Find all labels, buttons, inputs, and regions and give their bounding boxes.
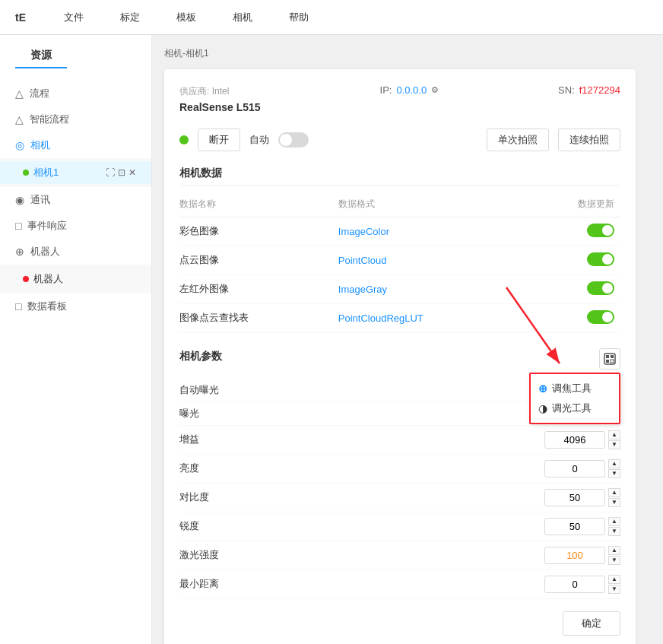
param-spinner-down-sharpness[interactable]: ▼	[608, 527, 620, 536]
col-header-name: 数据名称	[179, 195, 338, 217]
svg-rect-1	[606, 355, 609, 358]
sidebar-item-comms[interactable]: ◉ 通讯	[0, 187, 151, 213]
ip-value: 0.0.0.0	[396, 84, 427, 96]
camera-data-table: 数据名称 数据格式 数据更新 彩色图像 ImageColor 点云图像 Poin…	[179, 195, 620, 333]
param-input-gain[interactable]	[544, 431, 605, 449]
param-spinner-down-gain[interactable]: ▼	[608, 440, 620, 449]
param-input-brightness[interactable]	[544, 460, 605, 477]
sidebar: 资源 △ 流程 △ 智能流程 ◎ 相机 相机1 ⛶ ⊡ ✕	[0, 35, 152, 644]
param-value-box-laser-power: ▲ ▼	[544, 546, 620, 565]
param-input-sharpness[interactable]	[544, 518, 605, 535]
param-spinner-up-laser-power[interactable]: ▲	[608, 546, 620, 555]
robot1-status-dot	[23, 276, 29, 282]
svg-rect-2	[611, 355, 614, 358]
camera1-label: 相机1	[33, 166, 59, 179]
sidebar-item-events[interactable]: □ 事件响应	[0, 213, 151, 239]
data-toggle-0[interactable]	[587, 224, 614, 237]
auto-toggle[interactable]	[278, 132, 309, 148]
sn-value: f1272294	[579, 84, 620, 96]
sidebar-item-workflow-label: 流程	[30, 87, 49, 100]
param-row-min-distance: 最小距离 ▲ ▼	[179, 570, 620, 599]
data-row-toggle-0[interactable]	[531, 217, 620, 246]
confirm-button[interactable]: 确定	[563, 611, 620, 636]
params-icon-container: ⊕ 调焦工具 ◑ 调光工具	[599, 348, 620, 370]
content-area: 相机-相机1 供应商: Intel RealSense L515 IP: 0.0…	[152, 35, 663, 644]
camera1-expand-icon[interactable]: ⛶	[106, 167, 115, 178]
sidebar-item-camera[interactable]: ◎ 相机	[0, 132, 151, 158]
params-header: 相机参数 ⊕	[179, 348, 620, 370]
sidebar-item-robot[interactable]: ⊕ 机器人	[0, 239, 151, 265]
params-settings-icon[interactable]	[599, 348, 620, 370]
sidebar-item-comms-label: 通讯	[30, 193, 50, 207]
data-row-name-1: 点云图像	[179, 246, 338, 274]
ip-gear-icon[interactable]: ⚙	[431, 85, 439, 95]
param-input-min-distance[interactable]	[544, 576, 605, 593]
data-toggle-1[interactable]	[587, 252, 614, 266]
param-spinner-down-contrast[interactable]: ▼	[608, 498, 620, 507]
param-value-box-gain: ▲ ▼	[544, 430, 620, 449]
data-row-format-1: PointCloud	[338, 246, 531, 274]
focus-tool-item[interactable]: ⊕ 调焦工具	[538, 379, 611, 398]
light-tool-item[interactable]: ◑ 调光工具	[538, 398, 611, 418]
ip-info: IP: 0.0.0.0 ⚙	[380, 84, 439, 96]
data-toggle-3[interactable]	[587, 310, 614, 324]
menu-help[interactable]: 帮助	[283, 8, 315, 27]
param-spinner-up-min-distance[interactable]: ▲	[608, 575, 620, 584]
menu-bar: tE 文件 标定 模板 相机 帮助	[0, 0, 663, 35]
svg-rect-4	[611, 360, 614, 363]
disconnect-button[interactable]: 断开	[198, 128, 240, 151]
comms-icon: ◉	[15, 194, 24, 206]
sidebar-item-workflow[interactable]: △ 流程	[0, 81, 151, 106]
camera1-status-dot	[23, 170, 29, 176]
main-layout: 资源 △ 流程 △ 智能流程 ◎ 相机 相机1 ⛶ ⊡ ✕	[0, 35, 663, 644]
single-capture-button[interactable]: 单次拍照	[487, 128, 549, 151]
param-spinner-up-contrast[interactable]: ▲	[608, 488, 620, 497]
controls-row: 断开 自动 单次拍照 连续拍照	[179, 128, 620, 151]
param-value-box-contrast: ▲ ▼	[544, 488, 620, 507]
param-label-contrast: 对比度	[179, 490, 544, 504]
sidebar-item-camera1[interactable]: 相机1 ⛶ ⊡ ✕	[0, 161, 151, 184]
data-row-toggle-1[interactable]	[531, 246, 620, 274]
continuous-capture-button[interactable]: 连续拍照	[558, 128, 620, 151]
param-row-gain: 增益 ▲ ▼	[179, 426, 620, 455]
sidebar-item-smart-workflow[interactable]: △ 智能流程	[0, 106, 151, 132]
ip-label: IP:	[380, 84, 392, 96]
sidebar-item-dashboard[interactable]: □ 数据看板	[0, 293, 151, 319]
table-row: 点云图像 PointCloud	[179, 246, 620, 274]
param-spinner-down-laser-power[interactable]: ▼	[608, 556, 620, 565]
param-spinner-up-sharpness[interactable]: ▲	[608, 517, 620, 526]
data-toggle-2[interactable]	[587, 281, 614, 295]
data-row-format-2: ImageGray	[338, 274, 531, 303]
param-value-box-sharpness: ▲ ▼	[544, 517, 620, 536]
param-input-contrast[interactable]	[544, 489, 605, 506]
table-row: 彩色图像 ImageColor	[179, 217, 620, 246]
param-spinner-up-brightness[interactable]: ▲	[608, 459, 620, 468]
events-icon: □	[15, 220, 21, 232]
param-spinner-down-brightness[interactable]: ▼	[608, 469, 620, 478]
data-row-toggle-2[interactable]	[531, 274, 620, 303]
param-row-contrast: 对比度 ▲ ▼	[179, 484, 620, 512]
param-spinner-gain: ▲ ▼	[608, 430, 620, 449]
robot1-label: 机器人	[33, 272, 63, 286]
params-section-title: 相机参数	[179, 350, 222, 368]
params-dropdown: ⊕ 调焦工具 ◑ 调光工具	[529, 373, 620, 424]
param-spinner-down-min-distance[interactable]: ▼	[608, 585, 620, 594]
connection-status-dot	[179, 135, 189, 144]
data-row-toggle-3[interactable]	[531, 303, 620, 332]
param-label-laser-power: 激光强度	[179, 548, 544, 562]
menu-calibrate[interactable]: 标定	[114, 8, 146, 27]
breadcrumb: 相机-相机1	[164, 47, 651, 60]
camera1-action-icons: ⛶ ⊡ ✕	[106, 167, 136, 178]
param-input-laser-power[interactable]	[544, 547, 605, 564]
settings-svg-icon	[604, 353, 616, 365]
menu-file[interactable]: 文件	[58, 8, 90, 27]
panel-header: 供应商: Intel RealSense L515 IP: 0.0.0.0 ⚙ …	[179, 84, 620, 116]
menu-camera[interactable]: 相机	[227, 8, 259, 27]
menu-template[interactable]: 模板	[170, 8, 202, 27]
camera1-close-icon[interactable]: ✕	[128, 167, 136, 178]
param-label-brightness: 亮度	[179, 462, 544, 475]
camera1-edit-icon[interactable]: ⊡	[118, 167, 125, 178]
sidebar-item-robot1[interactable]: 机器人	[0, 268, 151, 290]
param-label-gain: 增益	[179, 433, 544, 446]
param-spinner-up-gain[interactable]: ▲	[608, 430, 620, 439]
